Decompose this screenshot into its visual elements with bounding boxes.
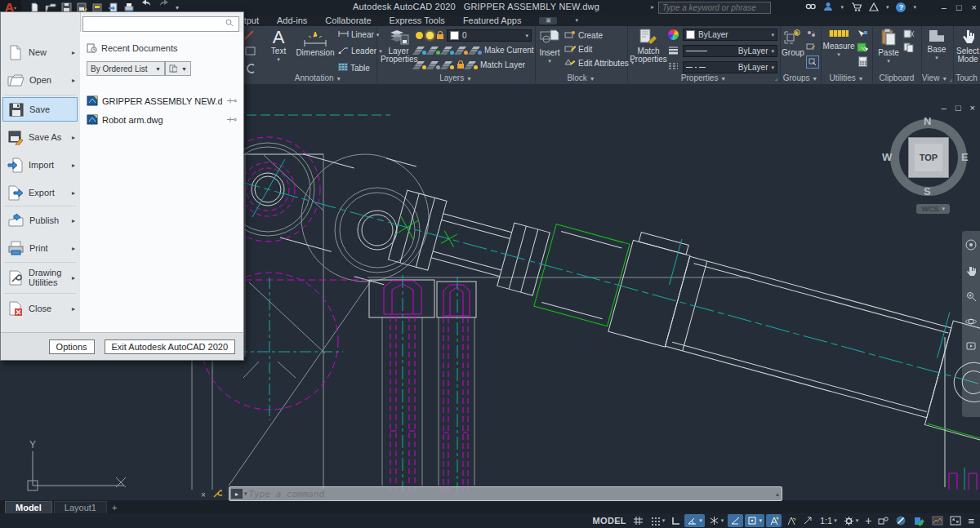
group-edit-icon[interactable] [806,42,816,52]
command-expand-arrow[interactable]: ▴ [776,490,782,498]
base-button[interactable]: Base▾ [926,30,947,61]
pin-icon[interactable] [226,116,237,123]
groups-panel-label[interactable]: Groups ▼ [780,73,821,82]
viewcube-north[interactable]: N [924,115,931,127]
quick-select-icon[interactable] [857,29,868,40]
table-button[interactable]: Table [338,63,370,73]
menu-item-export[interactable]: Export▸ [2,180,78,205]
qat-customize-dropdown[interactable]: ▾ [176,4,179,11]
block-edit-button[interactable]: Edit [564,44,592,54]
menu-item-publish[interactable]: Publish▸ [2,208,78,233]
pan-hand-icon[interactable] [966,265,977,278]
layer-select-combo[interactable]: 0▾ [447,29,532,42]
insert-button[interactable]: Insert▾ [538,29,561,64]
view-panel-label[interactable]: View ▼ ⌟ [921,73,953,82]
menu-item-import[interactable]: Import▸ [2,153,78,177]
viewcube-south[interactable]: S [924,185,931,197]
workspace-switching-gear[interactable]: ▾ [841,514,862,527]
leader-button[interactable]: Leader▾ [338,47,382,55]
customization-menu[interactable]: ≡ [965,514,977,527]
steering-wheel-icon[interactable] [965,239,977,252]
zoom-icon[interactable] [966,291,977,304]
object-color-combo[interactable]: ByLayer▾ [683,29,777,41]
linetype-combo[interactable]: ByLayer▾ [683,61,777,73]
search-expand-arrow[interactable]: ▸ [651,3,654,11]
recent-sort-dropdown[interactable]: By Ordered List▼ [87,61,165,76]
isolate-objects-toggle[interactable] [875,514,891,527]
autodesk-dropdown[interactable]: ▾ [886,4,889,11]
recent-doc-gripper[interactable]: GRIPPER ASSEMBLY NEW.dwg [87,95,237,106]
properties-expand-icon[interactable]: ⌟ [775,75,777,82]
model-space-toggle[interactable]: MODEL [590,514,629,527]
annotation-scale-value[interactable]: 1:1▾ [817,514,840,527]
drawing-minimize-button[interactable]: – [942,103,947,113]
app-store-icon[interactable] [851,2,862,13]
cut-icon[interactable] [903,29,915,40]
tab-featured-apps[interactable]: Featured Apps [463,16,522,25]
command-icon[interactable]: ▸ [231,489,243,499]
text-button[interactable]: A Text▾ [266,29,291,63]
layer-tool-icon[interactable] [443,60,454,69]
annotation-scale-icon[interactable] [800,514,816,527]
tab-model[interactable]: Model [5,501,52,513]
sign-in-dropdown[interactable]: ▾ [840,4,844,11]
linear-button[interactable]: Linear▾ [338,30,379,39]
layer-tool-icon[interactable] [416,60,426,69]
help-search-input[interactable] [658,2,771,14]
lineweight-combo[interactable]: ByLayer▾ [683,45,777,57]
hardware-acceleration-toggle[interactable] [893,514,909,527]
block-edit-attributes-button[interactable]: Edit Attributes▾ [564,58,634,68]
ungroup-icon[interactable] [806,29,816,39]
restore-button[interactable]: □ [956,2,962,12]
layer-unlock-icon[interactable] [437,34,443,39]
tab-layout1[interactable]: Layout1 [54,501,107,513]
trusted-autodesk-icon[interactable] [911,514,928,527]
ortho-toggle[interactable] [669,514,683,527]
lineweight-icon[interactable] [668,46,679,56]
annotation-monitor-plus[interactable]: + [862,514,874,527]
layer-lock-icon[interactable] [457,64,464,69]
menu-item-drawing-utilities[interactable]: Drawing Utilities▸ [2,264,78,291]
drawing-close-button[interactable]: × [970,103,975,113]
tab-collaborate[interactable]: Collaborate [325,16,371,25]
menu-search-input[interactable] [82,16,239,32]
layer-tool-icon[interactable] [430,60,440,69]
autodesk-icon[interactable] [869,2,879,13]
layer-tool-icon[interactable] [457,46,468,55]
recent-view-dropdown[interactable]: ▼ [165,61,191,76]
help-dropdown[interactable]: ▾ [913,4,916,11]
new-layout-button[interactable]: + [109,502,120,513]
options-button[interactable]: Options [49,339,95,354]
tab-add-ins[interactable]: Add-ins [277,16,307,25]
make-current-button[interactable]: Make Current [471,46,534,55]
help-icon[interactable]: ? [896,2,906,12]
search-icon[interactable] [805,2,816,13]
menu-item-print[interactable]: Print▸ [2,236,78,260]
viewcube[interactable]: N S W E TOP [889,118,968,197]
menu-item-new[interactable]: New▸ [2,40,78,64]
layer-thaw-icon[interactable] [426,32,434,39]
performance-monitor-icon[interactable] [929,514,946,527]
grid-toggle[interactable] [630,514,646,527]
measure-button[interactable]: Measure▾ [824,30,853,58]
command-line[interactable]: ▸ ▾ ▴ [229,486,782,501]
properties-panel-label[interactable]: Properties ▼⌟ [627,73,780,82]
layer-on-icon[interactable] [416,32,423,39]
navigation-bar[interactable] [962,231,980,417]
color-wheel-icon[interactable] [668,29,679,40]
match-properties-button[interactable]: Match Properties [632,29,665,64]
tab-express-tools[interactable]: Express Tools [390,16,445,25]
snap-toggle[interactable]: ▾ [648,514,668,527]
block-create-button[interactable]: Create [564,30,603,40]
layer-tool-icon[interactable] [430,46,440,55]
object-snap-tracking-toggle[interactable] [728,514,743,527]
menu-item-save[interactable]: Save [2,97,78,122]
polar-tracking-toggle[interactable]: ▾ [684,514,705,527]
exit-button[interactable]: Exit Autodesk AutoCAD 2020 [105,339,235,354]
layers-panel-label[interactable]: Layers ▼ [376,73,535,82]
recent-doc-robot-arm[interactable]: Robot arm.dwg [87,114,237,125]
utilities-panel-label[interactable]: Utilities ▼ [821,73,872,82]
close-button[interactable]: × [972,2,977,12]
menu-item-close[interactable]: Close▸ [2,296,78,321]
block-panel-label[interactable]: Block ▼ [535,73,627,82]
